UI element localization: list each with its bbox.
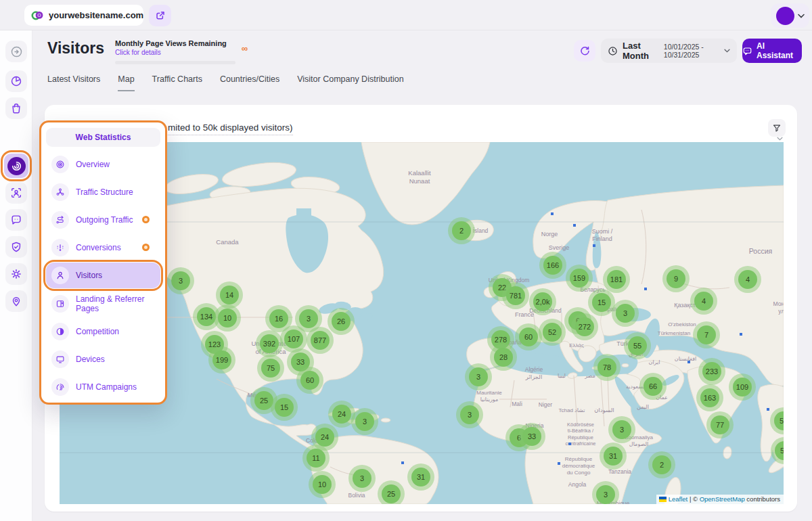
cluster-marker[interactable]: 11: [302, 445, 330, 472]
cluster-marker[interactable]: 26: [328, 308, 355, 335]
flyout-item-competition[interactable]: Competition: [46, 317, 160, 345]
cluster-marker[interactable]: 77: [706, 411, 734, 438]
cluster-marker[interactable]: 10: [309, 471, 336, 498]
sidebar-item-settings[interactable]: [5, 263, 27, 285]
cluster-marker[interactable]: 781: [502, 282, 529, 309]
cluster-marker[interactable]: 109: [729, 373, 756, 401]
cluster-marker[interactable]: 166: [539, 252, 566, 279]
refresh-icon: [579, 45, 591, 57]
flyout-item-traffic-structure[interactable]: Traffic Structure: [46, 178, 160, 206]
cluster-marker[interactable]: 31: [600, 443, 627, 470]
cluster-marker[interactable]: 181: [603, 266, 630, 293]
cluster-marker[interactable]: 199: [208, 346, 235, 373]
flyout-item-label: UTM Campaigns: [76, 382, 137, 392]
shield-check-icon: [10, 241, 22, 253]
cluster-marker[interactable]: 25: [378, 480, 405, 504]
cluster-marker[interactable]: 3: [167, 267, 194, 294]
refresh-button[interactable]: [574, 40, 595, 62]
osm-link[interactable]: OpenStreetMap: [700, 495, 745, 503]
open-website-button[interactable]: [149, 5, 171, 26]
world-map[interactable]: Leaflet | © OpenStreetMap contributors K…: [60, 142, 784, 504]
map-filter-button[interactable]: [768, 119, 786, 137]
cluster-marker[interactable]: 7: [693, 321, 720, 348]
tab-visitor-company-distribution[interactable]: Visitor Company Distribution: [297, 74, 403, 91]
website-selector[interactable]: yourwebsitename.com: [24, 5, 143, 26]
cluster-marker[interactable]: 3: [612, 300, 639, 327]
cluster-marker[interactable]: 233: [698, 358, 725, 385]
cluster-marker[interactable]: 392: [256, 330, 283, 357]
flyout-item-visitors[interactable]: Visitors: [46, 263, 160, 288]
tab-countries-cities[interactable]: Countries/Cities: [220, 74, 279, 91]
cluster-marker[interactable]: 3: [465, 363, 492, 390]
flyout-item-utm-campaigns[interactable]: UTM Campaigns: [46, 373, 160, 401]
flyout-item-landing-referrer-pages[interactable]: Landing & Referrer Pages: [46, 290, 160, 317]
cluster-marker[interactable]: 52: [539, 319, 566, 346]
date-range-picker[interactable]: Last Month 10/01/2025 - 10/31/2025: [601, 39, 737, 63]
cluster-marker[interactable]: 75: [257, 355, 284, 382]
sidebar-item-web-statistics[interactable]: [4, 154, 28, 178]
quota-details-link[interactable]: Click for details: [115, 49, 235, 56]
clock-icon: [608, 46, 618, 56]
flyout-item-devices[interactable]: Devices: [46, 345, 160, 373]
sidebar-item-locations[interactable]: [5, 290, 27, 312]
cluster-marker[interactable]: 2,0k: [529, 288, 556, 315]
topbar: yourwebsitename.com: [0, 0, 812, 30]
sidebar-item-security[interactable]: [5, 236, 27, 258]
cluster-marker[interactable]: 3: [351, 408, 378, 435]
ai-assistant-button[interactable]: AI Assistant: [742, 39, 802, 63]
cluster-marker[interactable]: 272: [571, 313, 598, 340]
account-menu[interactable]: [771, 3, 809, 28]
utm-campaigns-icon: [51, 378, 69, 396]
cluster-marker[interactable]: 60: [296, 367, 323, 394]
web-statistics-flyout: Web Statistics Overview Traffic Structur…: [39, 120, 167, 405]
quota-progress: [115, 61, 235, 64]
tab-traffic-charts[interactable]: Traffic Charts: [152, 74, 202, 91]
cluster-marker[interactable]: 31: [407, 463, 434, 491]
cluster-marker[interactable]: 159: [566, 265, 593, 292]
sidebar-expand-button[interactable]: [5, 41, 27, 62]
sidebar-item-orders[interactable]: [5, 97, 27, 119]
cluster-marker[interactable]: 4: [734, 266, 761, 293]
cluster-marker[interactable]: 78: [593, 354, 621, 381]
cluster-marker[interactable]: 9: [662, 265, 690, 292]
flyout-item-overview[interactable]: Overview: [46, 150, 160, 178]
cluster-marker[interactable]: 15: [271, 394, 298, 421]
traffic-structure-icon: [51, 183, 69, 201]
flyout-item-conversions[interactable]: Conversions: [46, 233, 160, 261]
app-sidebar: [0, 30, 32, 521]
cluster-marker[interactable]: 877: [307, 327, 334, 354]
cluster-marker[interactable]: 163: [696, 384, 723, 411]
cluster-marker[interactable]: 60: [515, 323, 542, 350]
flyout-item-outgoing-traffic[interactable]: Outgoing Traffic: [46, 206, 160, 233]
sidebar-item-audience[interactable]: [5, 182, 27, 204]
cluster-marker[interactable]: 33: [518, 423, 545, 450]
cluster-marker[interactable]: 4: [690, 288, 717, 315]
notification-dot: [142, 244, 150, 251]
map-city-dot: [401, 461, 404, 464]
map-landmass: [60, 142, 784, 504]
chevron-down-icon[interactable]: [777, 137, 783, 141]
cluster-marker[interactable]: 3: [348, 465, 376, 492]
leaflet-link[interactable]: Leaflet: [669, 495, 688, 503]
location-pin-icon: [10, 295, 22, 307]
chevron-down-icon: [798, 14, 805, 18]
shopping-bag-icon: [10, 102, 22, 114]
cluster-marker[interactable]: 28: [490, 344, 517, 371]
cluster-marker[interactable]: 3: [608, 416, 635, 443]
tab-latest-visitors[interactable]: Latest Visitors: [47, 74, 100, 91]
cluster-marker[interactable]: 3: [456, 401, 483, 428]
sidebar-item-chat[interactable]: [5, 209, 27, 231]
quota-value: ∞: [242, 43, 248, 53]
tab-map[interactable]: Map: [118, 74, 134, 91]
map-city-dot: [558, 462, 560, 465]
cluster-marker[interactable]: 15: [588, 289, 615, 316]
cluster-marker[interactable]: 55: [624, 332, 651, 359]
cluster-marker[interactable]: 10: [214, 304, 241, 332]
sidebar-item-dashboard[interactable]: [5, 70, 27, 92]
cluster-marker[interactable]: 3: [592, 481, 619, 504]
cluster-marker[interactable]: 2: [648, 451, 675, 478]
cluster-marker[interactable]: 2: [448, 217, 475, 244]
external-link-icon: [155, 10, 166, 21]
flyout-item-label: Competition: [76, 327, 119, 336]
cluster-marker[interactable]: 66: [639, 373, 667, 400]
